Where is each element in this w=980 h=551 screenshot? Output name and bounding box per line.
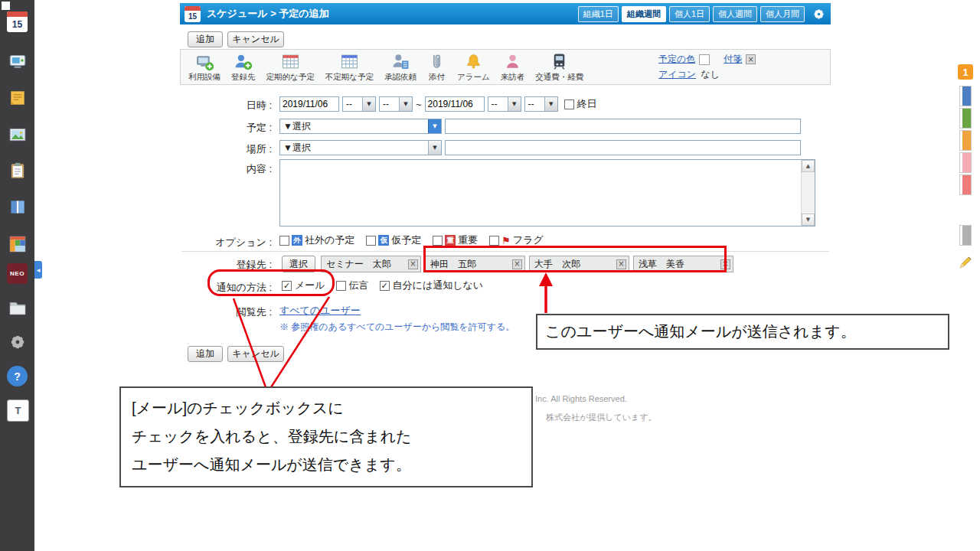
external-checkbox[interactable]	[279, 236, 289, 246]
fusen-link[interactable]: 付箋	[724, 53, 742, 66]
color-swatch[interactable]	[699, 54, 710, 65]
flag-checkbox[interactable]	[489, 236, 499, 246]
view-button-personal-1day[interactable]: 個人1日	[669, 6, 710, 22]
header-bar: 15 スケジュール > 予定の追加 組織1日 組織週間 個人1日 個人週間 個人…	[180, 3, 831, 24]
toolbar-item-approval[interactable]: 承認依頼	[379, 51, 422, 83]
toolbar-links-row2: アイコン なし	[658, 68, 720, 81]
chip-remove-button[interactable]: ×	[720, 259, 730, 269]
icon-link[interactable]: アイコン	[658, 68, 696, 81]
callout-left: [メール]のチェックボックスに チェックを入れると、登録先に含まれた ユーザーへ…	[119, 386, 533, 487]
toolbar-item-recurring[interactable]: 定期的な予定	[261, 51, 320, 83]
content-textarea[interactable]: ▲ ▼	[279, 159, 815, 227]
end-date-input[interactable]	[425, 96, 485, 112]
external-badge-icon: 外	[292, 235, 302, 246]
plan-input[interactable]	[445, 119, 801, 134]
chip-remove-button[interactable]: ×	[408, 259, 418, 269]
scroll-up-button[interactable]: ▲	[802, 160, 815, 172]
toolbar-item-equipment[interactable]: 利用設備	[183, 51, 226, 83]
sidebar-icon-folder[interactable]	[7, 297, 28, 318]
option-label: 重要	[458, 233, 478, 247]
sidebar-icon-book[interactable]	[7, 196, 28, 217]
toolbar-item-recipients[interactable]: 登録先	[226, 51, 261, 83]
sidebar-collapse-handle[interactable]: ◀	[34, 261, 42, 279]
member-chip-list: セミナー 太郎 × 神田 五郎 × 大手 次郎 × 浅草 美香 ×	[321, 256, 733, 272]
calendar-day-number: 15	[12, 17, 22, 32]
plan-select[interactable]: ▼選択 ▼	[279, 119, 442, 134]
place-select[interactable]: ▼選択 ▼	[279, 140, 442, 155]
toolbar-items: 利用設備 登録先 定期的な予定 不定期な予定 承認依頼 添付 アラーム 来訪者	[183, 51, 589, 83]
registration-label: 登録先 :	[181, 258, 272, 272]
add-button-top[interactable]: 追加	[188, 31, 223, 47]
chevron-down-icon: ▼	[508, 97, 521, 111]
mail-checkbox[interactable]: ✓	[282, 281, 292, 291]
sidebar-icon-calendar[interactable]: 15	[7, 11, 28, 32]
select-value: --	[488, 99, 508, 109]
add-button-bottom[interactable]: 追加	[188, 346, 223, 362]
sticky-tab-red[interactable]	[959, 174, 972, 195]
cancel-button-top[interactable]: キャンセル	[227, 31, 284, 47]
photo-icon	[8, 125, 28, 145]
plan-label: 予定 :	[181, 121, 272, 135]
sticky-tab-gray[interactable]	[959, 225, 972, 246]
toolbar-item-attachment[interactable]: 添付	[422, 51, 452, 83]
view-button-org-1day[interactable]: 組織1日	[578, 6, 619, 22]
notification-badge[interactable]: 1	[958, 64, 973, 80]
start-hour-select[interactable]: -- ▼	[342, 96, 376, 112]
mail-label: メール	[295, 279, 325, 292]
option-tentative: 仮 仮予定	[366, 233, 421, 247]
sidebar-icon-photo[interactable]	[7, 124, 28, 145]
noself-label: 自分には通知しない	[393, 279, 484, 292]
sidebar-icon-table[interactable]	[7, 233, 28, 254]
toolbar-item-visitor[interactable]: 来訪者	[495, 51, 531, 83]
place-input[interactable]	[445, 140, 801, 155]
scroll-down-button[interactable]: ▼	[802, 214, 815, 226]
view-button-personal-month[interactable]: 個人月間	[760, 6, 805, 22]
chip-remove-button[interactable]: ×	[512, 259, 522, 269]
sidebar-icon-memo[interactable]	[7, 87, 28, 108]
tentative-badge-icon: 仮	[378, 235, 389, 246]
datetime-tilde: ~	[416, 99, 422, 110]
pencil-icon[interactable]	[958, 255, 973, 270]
viewers-label: 閲覧先 :	[181, 305, 272, 319]
tentative-checkbox[interactable]	[366, 236, 376, 246]
toolbar-item-expense[interactable]: 交通費・経費	[530, 51, 589, 83]
view-button-org-week[interactable]: 組織週間	[622, 6, 666, 22]
cancel-button-bottom[interactable]: キャンセル	[227, 346, 284, 362]
fusen-remove-button[interactable]: ×	[746, 54, 756, 64]
callout-left-line2: チェックを入れると、登録先に含まれた	[132, 422, 521, 451]
chip-remove-button[interactable]: ×	[616, 259, 626, 269]
select-member-button[interactable]: 選択	[282, 256, 315, 272]
important-checkbox[interactable]	[433, 236, 443, 246]
textarea-scrollbar[interactable]: ▲ ▼	[801, 160, 815, 226]
message-checkbox[interactable]	[336, 281, 346, 291]
start-date-input[interactable]	[279, 96, 339, 112]
option-label: 仮予定	[391, 233, 421, 247]
allday-checkbox[interactable]	[564, 99, 574, 109]
sticky-tab-pink[interactable]	[959, 152, 972, 173]
toolbar-item-irregular[interactable]: 不定期な予定	[320, 51, 379, 83]
sidebar-icon-clipboard[interactable]	[7, 160, 28, 181]
view-button-personal-week[interactable]: 個人週間	[713, 6, 757, 22]
view-switcher: 組織1日 組織週間 個人1日 個人週間 個人月間	[578, 6, 826, 22]
sidebar-icon-text[interactable]: T	[7, 399, 29, 422]
sidebar-icon-equipment[interactable]	[7, 51, 28, 71]
irregular-calendar-icon	[340, 52, 359, 71]
sidebar-icon-neo[interactable]: NEO	[7, 263, 28, 284]
callout-left-line1: [メール]のチェックボックスに	[132, 394, 521, 422]
all-users-link[interactable]: すべてのユーザー	[279, 304, 361, 318]
header-gear-icon[interactable]	[812, 7, 826, 21]
chevron-down-icon: ▼	[428, 141, 441, 155]
sticky-tab-orange[interactable]	[959, 130, 972, 151]
start-minute-select[interactable]: -- ▼	[379, 96, 413, 112]
sidebar-icon-help[interactable]: ?	[7, 366, 28, 386]
end-hour-select[interactable]: -- ▼	[488, 96, 521, 112]
noself-checkbox[interactable]: ✓	[380, 281, 390, 291]
sticky-tab-green[interactable]	[959, 108, 972, 129]
sidebar-icon-settings[interactable]	[7, 331, 28, 352]
gear-icon	[8, 332, 28, 352]
toolbar-item-alarm[interactable]: アラーム	[452, 51, 495, 83]
plan-color-link[interactable]: 予定の色	[658, 53, 695, 66]
sticky-tab-blue[interactable]	[959, 86, 972, 106]
end-minute-select[interactable]: -- ▼	[524, 96, 558, 112]
select-value: ▼選択	[280, 142, 428, 155]
